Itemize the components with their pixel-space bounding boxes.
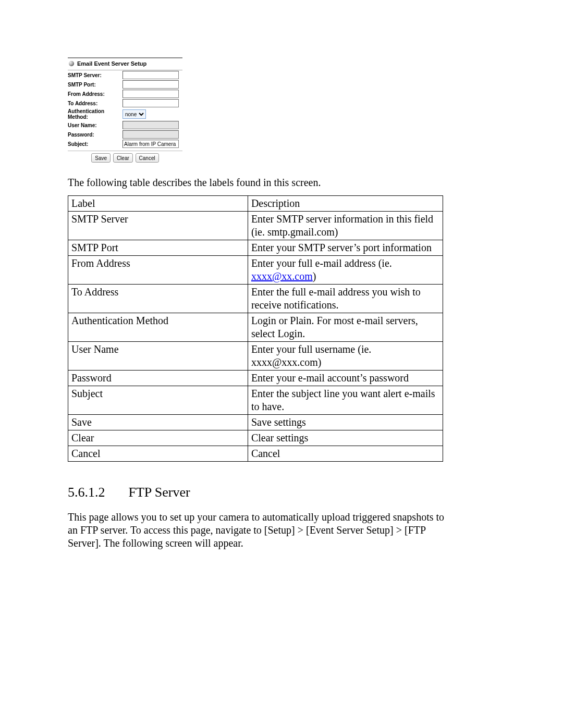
table-row: PasswordEnter your e-mail account’s pass… — [68, 371, 443, 386]
table-cell-label: Subject — [68, 386, 248, 415]
input-smtp-port[interactable] — [123, 80, 179, 89]
table-row: User NameEnter your full username (ie. x… — [68, 342, 443, 371]
save-button[interactable]: Save — [91, 153, 111, 163]
label-subject: Subject: — [68, 141, 123, 147]
table-row: To AddressEnter the full e-mail address … — [68, 285, 443, 313]
table-header-description: Description — [248, 196, 443, 212]
row-password: Password: — [68, 130, 182, 139]
row-smtp-server: SMTP Server: — [68, 70, 182, 80]
email-link[interactable]: xxxx@xx.com — [251, 270, 313, 282]
table-cell-description: Enter your SMTP server’s port informatio… — [248, 240, 443, 256]
table-cell-description: Enter SMTP server information in this fi… — [248, 212, 443, 240]
input-subject[interactable] — [123, 140, 179, 148]
intro-text: The following table describes the labels… — [68, 176, 495, 189]
table-row: From AddressEnter your full e-mail addre… — [68, 256, 443, 285]
panel-title-bar: Email Event Server Setup — [68, 58, 182, 70]
table-cell-description: Cancel — [248, 446, 443, 462]
panel-title-text: Email Event Server Setup — [77, 60, 146, 67]
table-cell-label: SMTP Server — [68, 212, 248, 240]
email-event-server-panel: Email Event Server Setup SMTP Server: SM… — [68, 57, 182, 163]
row-user-name: User Name: — [68, 120, 182, 130]
table-row: ClearClear settings — [68, 430, 443, 446]
label-user-name: User Name: — [68, 122, 123, 129]
bullet-icon — [69, 61, 74, 66]
input-to-address[interactable] — [123, 99, 179, 107]
table-cell-label: Cancel — [68, 446, 248, 462]
section-number: 5.6.1.2 — [68, 485, 125, 500]
table-cell-label: User Name — [68, 342, 248, 371]
section-body: This page allows you to set up your came… — [68, 511, 448, 550]
select-auth-method[interactable]: none — [123, 109, 146, 119]
label-password: Password: — [68, 131, 123, 138]
label-smtp-port: SMTP Port: — [68, 81, 123, 88]
clear-button[interactable]: Clear — [113, 153, 133, 163]
label-auth-method: Authentication Method: — [68, 108, 123, 120]
table-cell-description: Save settings — [248, 415, 443, 430]
table-row: SubjectEnter the subject line you want a… — [68, 386, 443, 415]
table-cell-description: Enter your full username (ie. xxxx@xxx.c… — [248, 342, 443, 371]
table-cell-label: From Address — [68, 256, 248, 285]
section-title: FTP Server — [129, 485, 190, 500]
input-password[interactable] — [123, 130, 179, 139]
row-auth-method: Authentication Method: none — [68, 108, 182, 120]
table-cell-description: Clear settings — [248, 430, 443, 446]
input-user-name[interactable] — [123, 121, 179, 129]
table-header-label: Label — [68, 196, 248, 212]
row-to-address: To Address: — [68, 98, 182, 108]
input-smtp-server[interactable] — [123, 71, 179, 79]
table-row: CancelCancel — [68, 446, 443, 462]
panel-buttons: Save Clear Cancel — [68, 151, 182, 163]
table-cell-label: Save — [68, 415, 248, 430]
table-cell-label: Password — [68, 371, 248, 386]
table-cell-label: Authentication Method — [68, 313, 248, 342]
labels-description-table: LabelDescriptionSMTP ServerEnter SMTP se… — [68, 195, 443, 462]
table-cell-label: SMTP Port — [68, 240, 248, 256]
table-row: SMTP PortEnter your SMTP server’s port i… — [68, 240, 443, 256]
row-subject: Subject: — [68, 139, 182, 149]
row-from-address: From Address: — [68, 89, 182, 98]
table-cell-description: Enter the subject line you want alert e-… — [248, 386, 443, 415]
row-smtp-port: SMTP Port: — [68, 80, 182, 89]
label-to-address: To Address: — [68, 100, 123, 107]
label-smtp-server: SMTP Server: — [68, 72, 123, 79]
input-from-address[interactable] — [123, 90, 179, 98]
table-row: Authentication MethodLogin or Plain. For… — [68, 313, 443, 342]
table-row: SMTP ServerEnter SMTP server information… — [68, 212, 443, 240]
table-cell-description: Enter your e-mail account’s password — [248, 371, 443, 386]
table-row: SaveSave settings — [68, 415, 443, 430]
table-cell-label: Clear — [68, 430, 248, 446]
table-cell-description: Enter the full e-mail address you wish t… — [248, 285, 443, 313]
section-heading: 5.6.1.2 FTP Server — [68, 485, 495, 500]
table-cell-description: Login or Plain. For most e-mail servers,… — [248, 313, 443, 342]
table-cell-description: Enter your full e-mail address (ie. xxxx… — [248, 256, 443, 285]
cancel-button[interactable]: Cancel — [136, 153, 159, 163]
label-from-address: From Address: — [68, 91, 123, 97]
table-header-row: LabelDescription — [68, 196, 443, 212]
table-cell-label: To Address — [68, 285, 248, 313]
